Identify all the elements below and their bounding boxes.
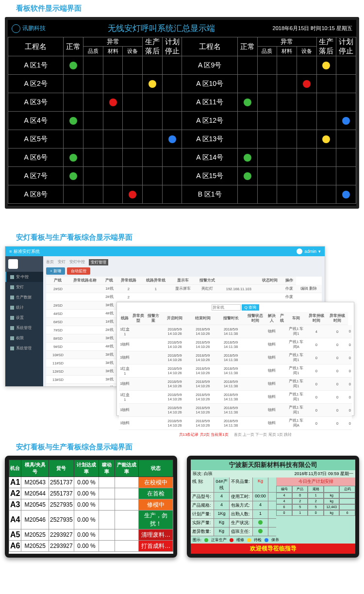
sidebar-user[interactable] [5,256,43,272]
brand-logo: 讯鹏科技 [12,24,70,33]
project-name: B 区1号 [182,185,237,204]
project-name: A 区8号 [8,185,64,204]
auto-monitor-button[interactable]: 自动监控 [67,267,90,275]
table-row: A2M2054425517370.00 %在首检 [9,488,173,499]
col-header: 机台 [9,460,21,477]
table-row: A 区2号A 区10号 [8,75,356,93]
table-row[interactable]: 1物料2018/5/9 14:10:262018/5/9 14:10:26201… [119,404,352,417]
info-row: 差异数量:Kg值班主任: [191,528,276,536]
web-window-front: Q 查询 线路异常类型报警方案开启时间结束时间报警时长报警状态时间解决人产线车间… [116,302,354,416]
chevron-down-icon[interactable]: ▾ [318,249,321,254]
sidebar-item[interactable]: 安·中控 [5,272,43,282]
legend-dot [265,538,268,542]
table-row[interactable]: 1物料2018/5/9 14:10:262018/5/9 14:10:26201… [119,338,352,351]
col-header: 产能达成率 [115,460,139,477]
col-abnormal: 异常 [257,37,316,47]
sidebar: 安·中控安灯生产数据统计设置系统管理权限系统管理 [5,256,43,386]
company-title: 宁波新天阳新材料科技有限公司 [191,460,355,470]
plan-grid: 编号产品规格总码401kg422kg65512,443010kg6 [276,486,355,516]
col-behind: 生产落后 [316,37,336,56]
col-project: 工程名 [8,37,64,56]
sidebar-item[interactable]: 系统管理 [5,343,43,353]
sidebar-item[interactable]: 安灯 [5,282,43,292]
table-row[interactable]: 1红盒12018/5/9 14:10:262018/5/9 14:10:2620… [119,391,352,404]
table-row[interactable]: 1红盒12018/5/9 14:10:262018/5/9 14:10:2620… [119,364,352,378]
table-row[interactable]: 2#SD1#线21显示屏车亮红灯192.168.11.103作废编辑 删除 [46,285,322,293]
status-dot [342,191,350,198]
project-name: A 区4号 [8,112,64,130]
status-dot [322,135,330,143]
tablet-left: 机台模具/夹具号货号计划达成率稼动率产能达成率状态A1M205432551737… [5,456,177,558]
section2-title: 安灯看板与生产看板综合显示端界面 [0,229,364,246]
nav-icon [10,326,14,330]
project-name: A 区7号 [8,167,64,185]
pager-nav[interactable]: 首页 上一页 下一页 尾页 1页 跳转 [234,432,292,437]
sidebar-item[interactable]: 生产数据 [5,292,43,302]
nav-icon [10,346,14,350]
table-row[interactable]: 1红盒12018/5/9 14:10:262018/5/9 14:10:2620… [119,325,352,338]
breadcrumb-item[interactable]: 安灯中控 [69,259,85,265]
nav-icon [10,275,14,279]
search-button[interactable]: Q 查询 [242,304,259,311]
status-dot [129,191,136,198]
datetime-label: 2016年11月07日 09:59 星期一 [294,471,353,477]
table-row: A3M2054525279350.00 %修模中 [9,499,173,511]
pager: 共13条记录 共2页 当前第1页 首页 上一页 下一页 尾页 1页 跳转 [119,430,352,439]
app-title: 标准安灯系统 [14,248,40,255]
project-name: A 区12号 [182,112,237,130]
nav-icon [10,296,14,299]
col-project: 工程名 [182,37,237,56]
section3-title: 安灯看板与生产看板综合显示端界面 [0,439,364,456]
legend-dot [204,538,208,542]
sidebar-item[interactable]: 权限 [5,333,43,343]
legend-dot [247,538,251,542]
project-name: A 区3号 [8,93,64,112]
sidebar-item[interactable]: 系统管理 [5,323,43,333]
sidebar-item[interactable]: 设置 [5,313,43,323]
table-row[interactable]: 2#线2作废 [46,293,322,301]
avatar-icon [8,259,18,269]
sidebar-item[interactable]: 统计 [5,302,43,313]
col-planstop: 计划停止 [162,37,182,56]
status-dot [244,172,251,180]
table-row: A 区4号A 区12号 [8,112,356,130]
project-name: A 区5号 [8,130,64,148]
col-normal: 正常 [64,37,83,56]
table-row: A 区1号A 区9号 [8,56,356,75]
breadcrumb-item[interactable]: 首页 [46,259,54,265]
project-name: A 区10号 [182,75,237,93]
add-button[interactable]: + 新增 [46,267,65,275]
andon-table: 工程名正常异常生产落后计划停止工程名正常异常生产落后计划停止品质材料设备品质材料… [8,37,356,204]
table-row: A6M2052522939270.00 %打首成料… [9,541,173,552]
nav-icon [10,316,14,320]
col-behind: 生产落后 [143,37,163,56]
status-cell: 生产，勿扰！ [139,511,173,529]
info-row: 产品型号:4使用工时:00:00 [191,493,276,501]
breadcrumb: 首页安灯安灯中控安灯管理 [46,259,322,265]
plan-header: 今日生产计划安排 [276,478,355,486]
table-row: A1M2054325517370.00 %在校模中 [9,477,173,488]
table-row[interactable]: 1物料2018/5/9 14:10:262018/5/9 14:10:26201… [119,417,352,430]
col-header: 货号 [49,460,74,477]
menu-icon[interactable]: ≡ [9,249,12,254]
project-name: A 区15号 [182,167,237,185]
board-title: 无线安灯呼叫系统汇总显示端 [70,23,253,34]
status-dot [322,62,330,69]
col-header: 稼动率 [99,460,115,477]
table-row: A 区5号A 区13号 [8,130,356,148]
breadcrumb-item[interactable]: 安灯 [58,259,66,265]
col-header: 计划达成率 [74,460,99,477]
status-dot [69,62,77,69]
project-name: A 区1号 [8,56,64,75]
table-row[interactable]: 1物料2018/5/9 14:10:262018/5/9 14:10:26201… [119,378,352,391]
project-name: A 区13号 [182,130,237,148]
status-dot [109,99,117,106]
info-row: 实际产量:Kg生产状况: [191,519,276,528]
breadcrumb-item[interactable]: 安灯管理 [89,259,108,265]
search-input[interactable] [212,304,241,311]
avatar[interactable] [297,248,302,254]
table-row: A 区3号A 区11号 [8,93,356,112]
project-name: A 区2号 [8,75,64,93]
table-row[interactable]: 1物料2018/5/9 14:10:262018/5/9 14:10:26201… [119,351,352,364]
legend-dot [230,538,233,542]
